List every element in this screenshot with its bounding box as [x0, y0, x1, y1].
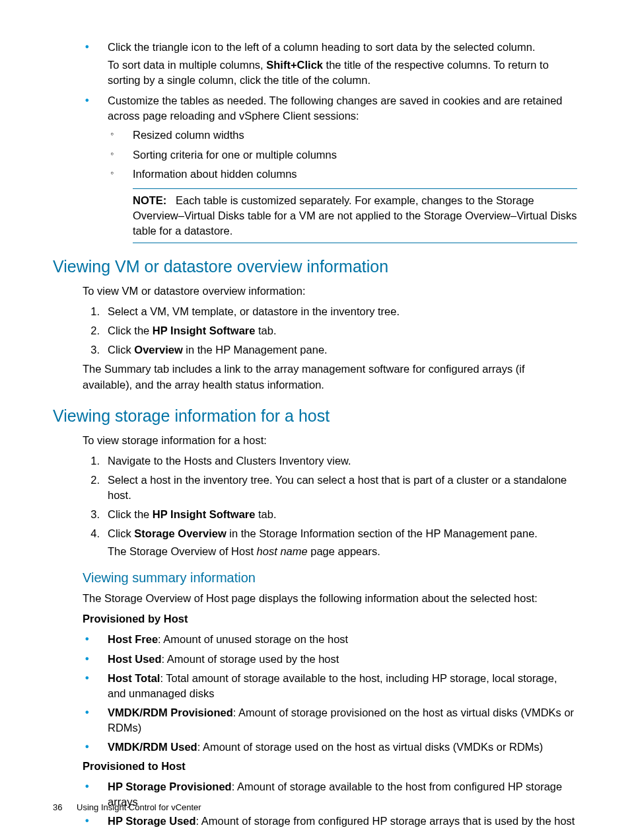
list-item: 3.Click Overview in the HP Management pa…: [83, 342, 577, 358]
list-item: Information about hidden columns: [108, 167, 577, 182]
list-item: Customize the tables as needed. The foll…: [83, 93, 577, 243]
group-heading: Provisioned by Host: [83, 611, 577, 627]
list-item: Host Total: Total amount of storage avai…: [83, 671, 577, 701]
body-text: To view storage information for a host:: [83, 433, 577, 448]
list-item: Host Used: Amount of storage used by the…: [83, 652, 577, 667]
page-footer: 36 Using Insight Control for vCenter: [53, 802, 201, 814]
list-item: VMDK/RDM Used: Amount of storage used on…: [83, 740, 577, 755]
list-item: VMDK/RDM Provisioned: Amount of storage …: [83, 705, 577, 736]
subsection-heading: Viewing summary information: [83, 568, 577, 587]
document-page: Click the triangle icon to the left of a…: [0, 0, 630, 840]
section-heading: Viewing VM or datastore overview informa…: [53, 255, 577, 278]
list-item: Sorting criteria for one or multiple col…: [108, 147, 577, 163]
list-item: Click the triangle icon to the left of a…: [83, 40, 577, 88]
page-number: 36: [53, 802, 62, 812]
body-text: To view VM or datastore overview informa…: [83, 284, 577, 299]
note-text: Each table is customized separately. For…: [133, 194, 577, 237]
group-heading: Provisioned to Host: [83, 759, 577, 774]
list-item: 3.Click the HP Insight Software tab.: [83, 507, 577, 522]
numbered-list: 1.Select a VM, VM template, or datastore…: [83, 304, 577, 358]
list-item: HP Storage Used: Amount of storage from …: [83, 814, 577, 829]
sub-bullet-list: Resized column widths Sorting criteria f…: [108, 128, 577, 181]
body-text: Customize the tables as needed. The foll…: [108, 95, 563, 122]
list-item: Host Free: Amount of unused storage on t…: [83, 632, 577, 647]
content-area: Click the triangle icon to the left of a…: [83, 40, 577, 829]
body-text: The Storage Overview of Host host name p…: [108, 544, 577, 559]
body-text: The Summary tab includes a link to the a…: [83, 362, 577, 392]
definition-list: Host Free: Amount of unused storage on t…: [83, 632, 577, 755]
list-item: 1.Navigate to the Hosts and Clusters Inv…: [83, 453, 577, 469]
note-label: NOTE:: [133, 194, 166, 206]
numbered-list: 1.Navigate to the Hosts and Clusters Inv…: [83, 453, 577, 560]
list-item: 1.Select a VM, VM template, or datastore…: [83, 304, 577, 319]
list-item: 4.Click Storage Overview in the Storage …: [83, 526, 577, 559]
body-text: To sort data in multiple columns, Shift+…: [108, 57, 577, 88]
list-item: 2.Click the HP Insight Software tab.: [83, 323, 577, 338]
body-text: The Storage Overview of Host page displa…: [83, 591, 577, 606]
section-heading: Viewing storage information for a host: [53, 404, 577, 428]
top-bullet-list: Click the triangle icon to the left of a…: [83, 40, 577, 243]
body-text: Click the triangle icon to the left of a…: [108, 41, 536, 53]
list-item: 2.Select a host in the inventory tree. Y…: [83, 473, 577, 503]
list-item: Resized column widths: [108, 128, 577, 143]
note-box: NOTE: Each table is customized separatel…: [133, 188, 577, 243]
footer-title: Using Insight Control for vCenter: [77, 802, 201, 812]
